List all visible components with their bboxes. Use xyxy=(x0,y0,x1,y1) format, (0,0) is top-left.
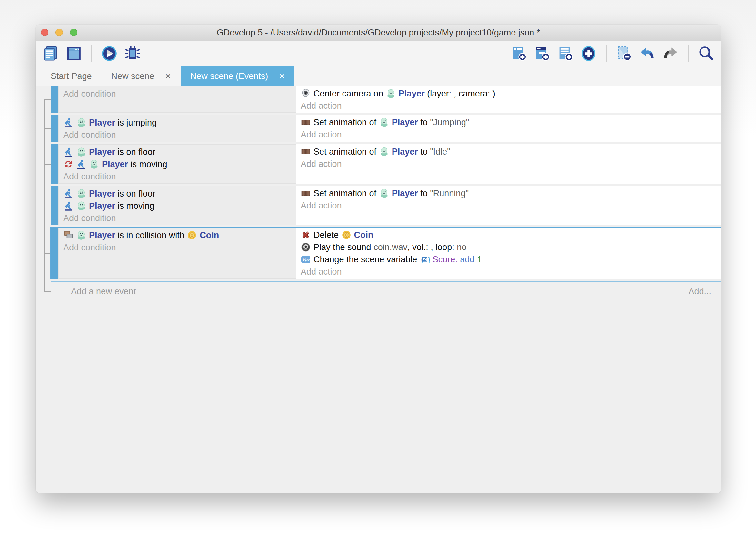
scene-editor-button[interactable] xyxy=(65,45,83,62)
debug-button[interactable] xyxy=(124,45,142,62)
tab-new-scene[interactable]: New scene× xyxy=(101,66,181,86)
undo-button[interactable] xyxy=(638,45,656,62)
condition-line[interactable]: Player is on floor xyxy=(63,146,296,158)
event-handle[interactable] xyxy=(51,227,58,278)
platformer-icon xyxy=(76,159,87,169)
toolbar-separator xyxy=(606,45,607,62)
text-segment: 1 xyxy=(477,255,482,265)
event-handle[interactable] xyxy=(51,186,58,225)
action-line[interactable]: Set animation of Player to "Idle" xyxy=(301,145,721,158)
search-icon xyxy=(698,45,714,62)
animation-icon xyxy=(301,117,311,128)
remove-selection-icon xyxy=(616,45,632,62)
text-segment: Center camera on xyxy=(314,89,386,99)
conditions-cell: Add condition xyxy=(58,86,296,113)
add-action-button[interactable]: Add action xyxy=(301,100,721,112)
player-icon xyxy=(89,159,99,169)
tab-new-scene-events[interactable]: New scene (Events)× xyxy=(181,66,294,86)
add-new-event-button[interactable]: Add a new event xyxy=(71,287,136,297)
add-action-button[interactable]: Add action xyxy=(301,158,721,170)
close-tab-icon[interactable]: × xyxy=(165,71,171,81)
tree-line xyxy=(44,128,51,129)
collision-icon xyxy=(63,230,74,240)
text-segment: to xyxy=(418,117,430,128)
tree-line xyxy=(44,253,51,254)
add-condition-button[interactable]: Add condition xyxy=(63,212,296,224)
redo-button[interactable] xyxy=(662,45,680,62)
condition-line[interactable]: Player is jumping xyxy=(63,116,296,129)
animation-icon xyxy=(301,188,311,198)
redo-icon xyxy=(662,45,679,62)
condition-line[interactable]: Player is in collision with Coin xyxy=(63,229,296,241)
event-handle[interactable] xyxy=(51,115,58,142)
add-condition-button[interactable]: Add condition xyxy=(63,170,296,183)
text-segment: Player xyxy=(89,189,115,199)
add-condition-button[interactable]: Add condition xyxy=(63,241,296,254)
title-bar: GDevelop 5 - /Users/david/Documents/GDev… xyxy=(36,24,721,41)
debug-icon xyxy=(124,45,141,62)
action-line[interactable]: VarChange the scene variable {}Score: ad… xyxy=(301,253,721,266)
action-line[interactable]: Delete Coin xyxy=(301,229,721,241)
add-subevent-button[interactable] xyxy=(533,45,551,62)
add-action-button[interactable]: Add action xyxy=(301,128,721,141)
add-more-button[interactable]: Add... xyxy=(688,287,711,297)
text-segment: is moving xyxy=(115,201,155,211)
text-segment: is moving xyxy=(128,159,168,169)
add-action-button[interactable]: Add action xyxy=(301,266,721,278)
player-icon xyxy=(386,88,396,99)
text-segment xyxy=(474,255,477,265)
event-row[interactable]: Add conditionCenter camera on Player (la… xyxy=(51,86,721,113)
add-event-button[interactable] xyxy=(510,45,528,62)
close-button[interactable] xyxy=(41,29,48,36)
condition-line[interactable]: Player is moving xyxy=(63,200,296,212)
add-condition-button[interactable]: Add condition xyxy=(63,88,296,100)
delete-selection-button[interactable] xyxy=(615,45,633,62)
text-segment: to xyxy=(418,147,430,157)
toolbar-left-group xyxy=(42,45,142,62)
zoom-button[interactable] xyxy=(70,29,77,36)
selection-indicator xyxy=(51,281,721,282)
scene-editor-icon xyxy=(65,45,82,62)
add-action-button[interactable]: Add action xyxy=(301,199,721,212)
text-segment: is in collision with xyxy=(115,230,187,240)
text-segment: Set animation of xyxy=(314,117,379,128)
condition-line[interactable]: Player is on floor xyxy=(63,187,296,200)
action-line[interactable]: Set animation of Player to "Jumping" xyxy=(301,116,721,128)
invert-icon xyxy=(63,159,74,169)
player-icon xyxy=(76,230,87,240)
add-comment-button[interactable] xyxy=(556,45,574,62)
project-manager-icon xyxy=(42,45,59,62)
sound-icon xyxy=(301,242,311,252)
text-segment: Player xyxy=(89,230,115,240)
actions-cell: Set animation of Player to "Running"Add … xyxy=(296,186,721,225)
text-segment: is on floor xyxy=(115,147,155,157)
conditions-cell: Player is on floorPlayer is movingAdd co… xyxy=(58,144,296,184)
close-tab-icon[interactable]: × xyxy=(279,71,285,81)
project-manager-button[interactable] xyxy=(42,45,60,62)
event-row[interactable]: Player is on floorPlayer is movingAdd co… xyxy=(51,186,721,225)
event-handle[interactable] xyxy=(51,86,58,113)
platformer-icon xyxy=(63,201,74,211)
text-segment: Player xyxy=(89,118,115,128)
delete-icon xyxy=(301,230,311,240)
action-line[interactable]: Center camera on Player (layer: , camera… xyxy=(301,87,721,100)
add-special-event-button[interactable] xyxy=(580,45,598,62)
play-button[interactable] xyxy=(100,45,118,62)
text-segment: Score: xyxy=(433,255,458,265)
event-row[interactable]: Player is on floorPlayer is movingAdd co… xyxy=(51,144,721,184)
event-row[interactable]: Player is jumpingAdd conditionSet animat… xyxy=(51,115,721,142)
text-segment: , vol.: , loop: xyxy=(407,242,457,252)
toolbar-right-group xyxy=(510,45,715,62)
tree-line xyxy=(44,291,51,292)
action-line[interactable]: Set animation of Player to "Running" xyxy=(301,187,721,199)
add-condition-button[interactable]: Add condition xyxy=(63,129,296,141)
text-segment: add xyxy=(460,255,474,265)
event-row[interactable]: Player is in collision with CoinAdd cond… xyxy=(51,227,721,278)
event-handle[interactable] xyxy=(51,144,58,184)
condition-line[interactable]: Player is moving xyxy=(63,158,296,170)
coin-icon xyxy=(341,230,352,240)
minimize-button[interactable] xyxy=(56,29,63,36)
tab-start-page[interactable]: Start Page xyxy=(41,66,101,86)
action-line[interactable]: Play the sound coin.wav, vol.: , loop: n… xyxy=(301,241,721,253)
search-button[interactable] xyxy=(697,45,715,62)
